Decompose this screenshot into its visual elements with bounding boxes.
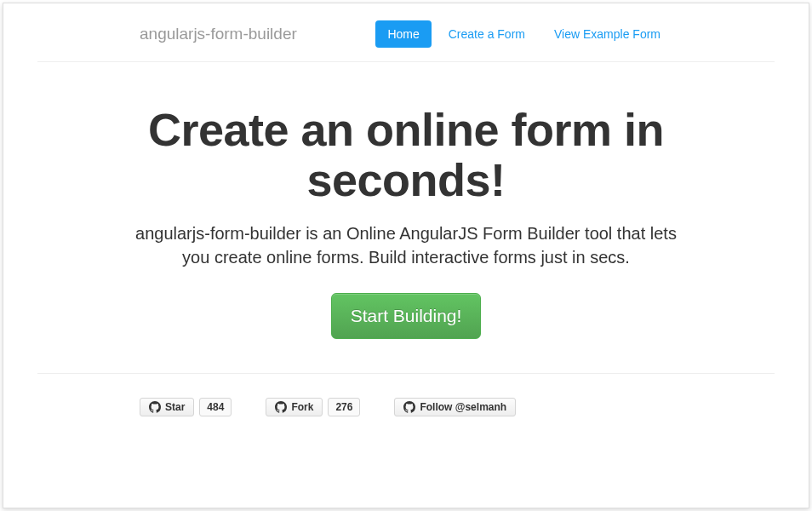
github-icon — [403, 401, 415, 413]
github-fork-count[interactable]: 276 — [328, 398, 360, 416]
github-follow-group: Follow @selmanh — [394, 398, 516, 416]
github-star-count[interactable]: 484 — [199, 398, 232, 416]
main-nav: Home Create a Form View Example Form — [375, 20, 672, 48]
start-building-button[interactable]: Start Building! — [331, 293, 482, 339]
nav-home[interactable]: Home — [375, 20, 431, 48]
github-fork-label: Fork — [291, 401, 313, 413]
brand-title: angularjs-form-builder — [140, 25, 297, 43]
hero-title: Create an online form in seconds! — [123, 105, 689, 206]
github-star-button[interactable]: Star — [140, 398, 194, 416]
header: angularjs-form-builder Home Create a For… — [37, 3, 775, 62]
github-follow-button[interactable]: Follow @selmanh — [394, 398, 516, 416]
nav-view-example[interactable]: View Example Form — [542, 20, 672, 48]
github-star-group: Star 484 — [140, 398, 232, 416]
github-icon — [275, 401, 287, 413]
github-icon — [149, 401, 161, 413]
github-fork-group: Fork 276 — [266, 398, 360, 416]
github-follow-label: Follow @selmanh — [420, 401, 506, 413]
github-star-label: Star — [165, 401, 185, 413]
github-badges: Star 484 Fork 276 Follow @selmanh — [37, 374, 775, 440]
hero-section: Create an online form in seconds! angula… — [37, 62, 775, 374]
github-fork-button[interactable]: Fork — [266, 398, 323, 416]
hero-subtitle: angularjs-form-builder is an Online Angu… — [123, 221, 689, 269]
nav-create-form[interactable]: Create a Form — [437, 20, 537, 48]
